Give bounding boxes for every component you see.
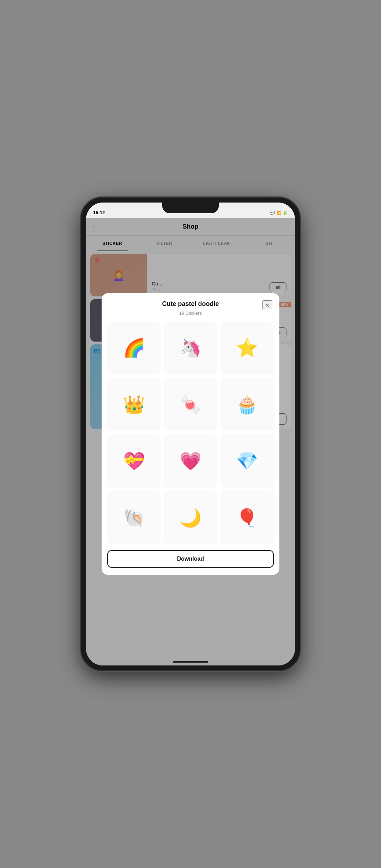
status-icons: 💬 📶 🔋 xyxy=(270,211,288,215)
modal-subtitle: 19 Stickers xyxy=(102,311,279,321)
modal-close-button[interactable]: × xyxy=(262,300,272,310)
sticker-item: 🦄 xyxy=(164,321,217,374)
sticker-item: ⭐ xyxy=(220,321,273,374)
sticker-item: 👑 xyxy=(107,378,160,431)
sticker-item: 🍬 xyxy=(164,378,217,431)
sticker-item: 🧁 xyxy=(220,378,273,431)
sticker-pack-modal: Cute pastel doodle × 19 Stickers 🌈 🦄 ⭐ 👑… xyxy=(102,293,279,575)
sticker-item: 💗 xyxy=(164,435,217,488)
sticker-item: 🌙 xyxy=(164,491,217,544)
modal-header: Cute pastel doodle × xyxy=(102,293,279,311)
notch xyxy=(162,203,219,213)
sticker-item: 🐚 xyxy=(107,491,160,544)
sticker-item: 🎈 xyxy=(220,491,273,544)
battery-icon: 🔋 xyxy=(283,211,288,215)
sticker-item: 💎 xyxy=(220,435,273,488)
phone-screen: 15:12 💬 📶 🔋 ← Shop STICKER FILTER xyxy=(86,203,295,665)
signal-icon: 📶 xyxy=(277,211,282,215)
status-time: 15:12 xyxy=(93,210,105,215)
sticker-grid: 🌈 🦄 ⭐ 👑 🍬 🧁 💝 💗 💎 🐚 🌙 xyxy=(102,321,279,550)
app-screen: 15:12 💬 📶 🔋 ← Shop STICKER FILTER xyxy=(86,203,295,665)
sticker-item: 🌈 xyxy=(107,321,160,374)
whatsapp-icon: 💬 xyxy=(270,211,275,215)
phone-frame: 15:12 💬 📶 🔋 ← Shop STICKER FILTER xyxy=(81,198,300,670)
modal-title: Cute pastel doodle xyxy=(162,300,219,308)
modal-overlay[interactable]: Cute pastel doodle × 19 Stickers 🌈 🦄 ⭐ 👑… xyxy=(86,203,295,665)
sticker-item: 💝 xyxy=(107,435,160,488)
modal-download-button[interactable]: Download xyxy=(107,550,273,568)
